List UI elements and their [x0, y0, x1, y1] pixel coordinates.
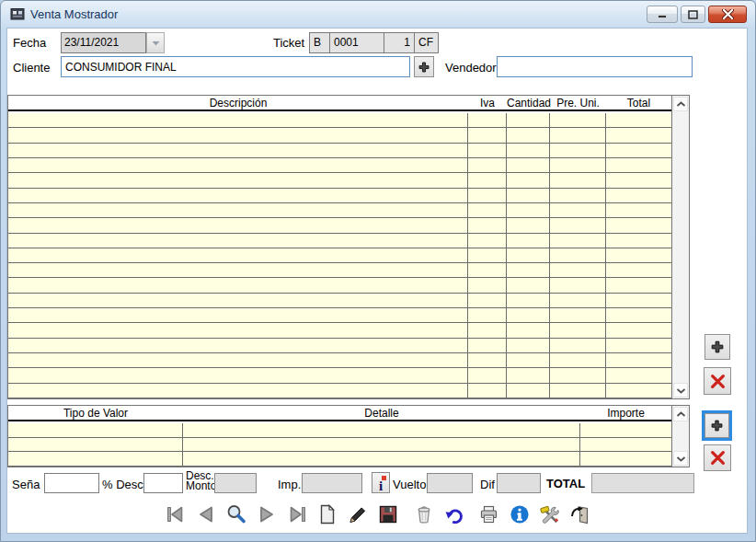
scroll-down-button[interactable] — [673, 451, 688, 466]
grid-cell[interactable] — [507, 308, 550, 322]
grid-row[interactable] — [8, 323, 671, 338]
grid-cell[interactable] — [550, 339, 606, 352]
grid-cell[interactable] — [507, 158, 550, 172]
grid-cell[interactable] — [468, 173, 507, 187]
grid-cell[interactable] — [468, 263, 507, 277]
grid-cell[interactable] — [468, 144, 507, 157]
last-record-button[interactable] — [285, 502, 308, 526]
grid-cell[interactable] — [606, 158, 671, 172]
grid-cell[interactable] — [183, 438, 580, 452]
grid-cell[interactable] — [550, 353, 606, 367]
grid-cell[interactable] — [468, 353, 507, 367]
add-cliente-button[interactable] — [414, 56, 434, 77]
next-record-button[interactable] — [255, 502, 278, 526]
grid-cell[interactable] — [468, 218, 507, 232]
grid-cell[interactable] — [550, 158, 606, 172]
imp-info-button[interactable]: i — [372, 472, 390, 493]
grid-row[interactable] — [8, 452, 671, 467]
new-record-button[interactable] — [315, 502, 338, 526]
delete-record-button[interactable] — [412, 502, 435, 526]
grid-cell[interactable] — [507, 203, 550, 217]
grid-cell[interactable] — [8, 308, 468, 322]
grid-row[interactable] — [8, 173, 671, 188]
pct-desc-input[interactable] — [143, 473, 183, 493]
grid-row[interactable] — [8, 263, 671, 278]
grid-cell[interactable] — [606, 144, 671, 157]
sena-input[interactable] — [44, 473, 99, 493]
grid-cell[interactable] — [507, 248, 550, 262]
grid-row[interactable] — [8, 203, 671, 218]
grid-cell[interactable] — [8, 278, 468, 292]
grid-cell[interactable] — [468, 113, 507, 127]
grid-cell[interactable] — [507, 189, 550, 202]
grid-cell[interactable] — [550, 173, 606, 187]
grid-cell[interactable] — [468, 278, 507, 292]
edit-record-button[interactable] — [346, 502, 369, 526]
grid-cell[interactable] — [468, 234, 507, 248]
grid-cell[interactable] — [580, 452, 671, 466]
grid-cell[interactable] — [507, 278, 550, 292]
grid-cell[interactable] — [8, 158, 468, 172]
grid-cell[interactable] — [550, 263, 606, 277]
vendedor-input[interactable] — [497, 56, 693, 77]
grid-cell[interactable] — [468, 203, 507, 217]
grid-cell[interactable] — [8, 423, 183, 437]
grid-cell[interactable] — [606, 294, 671, 307]
grid-row[interactable] — [8, 128, 671, 143]
grid-row[interactable] — [8, 144, 671, 158]
grid-row[interactable] — [8, 353, 671, 368]
grid-row[interactable] — [8, 248, 671, 263]
grid-row[interactable] — [8, 384, 671, 398]
undo-button[interactable] — [442, 502, 465, 526]
delete-payment-button[interactable] — [704, 444, 731, 471]
grid-cell[interactable] — [550, 384, 606, 398]
grid-cell[interactable] — [606, 218, 671, 232]
grid-cell[interactable] — [8, 323, 468, 337]
exit-button[interactable] — [568, 502, 591, 526]
grid-cell[interactable] — [8, 234, 468, 248]
grid-cell[interactable] — [550, 248, 606, 262]
grid-cell[interactable] — [183, 452, 580, 466]
grid-cell[interactable] — [8, 203, 468, 217]
grid-cell[interactable] — [507, 294, 550, 307]
scroll-down-button[interactable] — [673, 383, 688, 398]
grid-row[interactable] — [8, 113, 671, 128]
delete-item-button[interactable] — [704, 367, 731, 395]
grid-cell[interactable] — [8, 438, 183, 452]
grid-cell[interactable] — [468, 368, 507, 382]
grid-cell[interactable] — [606, 263, 671, 277]
grid-cell[interactable] — [8, 189, 468, 202]
grid-cell[interactable] — [580, 423, 671, 437]
grid-row[interactable] — [8, 234, 671, 248]
grid-cell[interactable] — [507, 339, 550, 352]
grid-cell[interactable] — [468, 323, 507, 337]
grid-cell[interactable] — [507, 323, 550, 337]
payments-grid-scrollbar[interactable] — [671, 406, 689, 467]
grid-cell[interactable] — [183, 423, 580, 437]
grid-cell[interactable] — [507, 234, 550, 248]
grid-cell[interactable] — [550, 113, 606, 127]
grid-cell[interactable] — [550, 128, 606, 142]
grid-cell[interactable] — [8, 173, 468, 187]
grid-cell[interactable] — [606, 248, 671, 262]
grid-cell[interactable] — [606, 128, 671, 142]
grid-cell[interactable] — [468, 189, 507, 202]
grid-cell[interactable] — [550, 294, 606, 307]
save-button[interactable] — [376, 502, 399, 526]
grid-cell[interactable] — [606, 323, 671, 337]
grid-cell[interactable] — [606, 173, 671, 187]
grid-cell[interactable] — [8, 294, 468, 307]
grid-cell[interactable] — [550, 368, 606, 382]
grid-cell[interactable] — [468, 294, 507, 307]
grid-cell[interactable] — [8, 452, 183, 466]
grid-cell[interactable] — [8, 128, 468, 142]
grid-cell[interactable] — [606, 189, 671, 202]
items-grid-scrollbar[interactable] — [671, 96, 689, 398]
fecha-dropdown-button[interactable] — [146, 32, 165, 53]
grid-cell[interactable] — [468, 128, 507, 142]
grid-cell[interactable] — [606, 353, 671, 367]
cliente-input[interactable] — [61, 56, 410, 77]
grid-cell[interactable] — [507, 113, 550, 127]
grid-cell[interactable] — [8, 368, 468, 382]
grid-cell[interactable] — [8, 144, 468, 157]
